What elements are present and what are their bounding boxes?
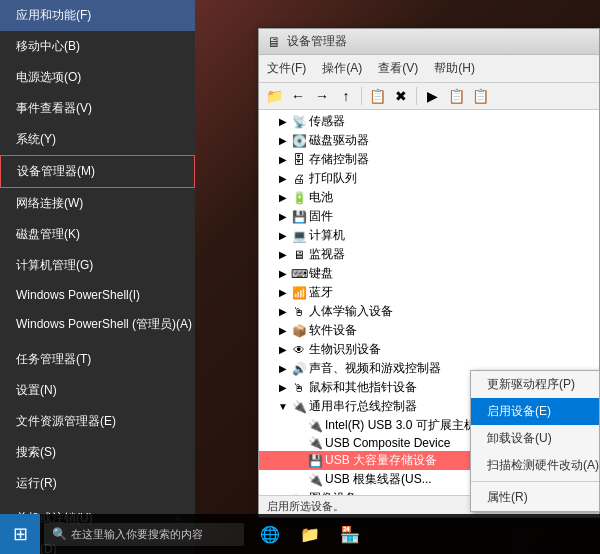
- dm-menu-A[interactable]: 操作(A): [314, 57, 370, 80]
- menu-item-event[interactable]: 事件查看器(V): [0, 93, 195, 124]
- menu-item-label: 移动中心(B): [16, 38, 80, 55]
- tree-node-label: 固件: [307, 208, 333, 225]
- tree-toggle-icon[interactable]: ▶: [275, 325, 291, 336]
- tree-node-label: USB Composite Device: [323, 436, 450, 450]
- tree-toggle-icon[interactable]: ▶: [275, 249, 291, 260]
- tree-node-label: 存储控制器: [307, 151, 369, 168]
- tree-toggle-icon[interactable]: ▶: [275, 173, 291, 184]
- tree-node-label: 传感器: [307, 113, 345, 130]
- dm-menu-F[interactable]: 文件(F): [259, 57, 314, 80]
- menu-item-label: 电源选项(O): [16, 69, 81, 86]
- start-button[interactable]: ⊞: [0, 514, 40, 554]
- menu-item-label: 网络连接(W): [16, 195, 83, 212]
- toolbar-btn-up[interactable]: ↑: [335, 85, 357, 107]
- tree-node-icon: 🔋: [291, 191, 307, 205]
- taskbar-app-icon-2[interactable]: 🏪: [332, 516, 368, 552]
- menu-item-powershell[interactable]: Windows PowerShell(I): [0, 281, 195, 309]
- tree-toggle-icon[interactable]: ▶: [275, 135, 291, 146]
- tree-toggle-icon[interactable]: ▶: [275, 306, 291, 317]
- dm-menu-H[interactable]: 帮助(H): [426, 57, 483, 80]
- ctx-item-scan[interactable]: 扫描检测硬件改动(A): [471, 452, 599, 479]
- menu-item-label: 设备管理器(M): [17, 163, 95, 180]
- menu-item-settings[interactable]: 设置(N): [0, 375, 195, 406]
- toolbar-btn-paste[interactable]: 📋: [445, 85, 467, 107]
- tree-toggle-icon[interactable]: ▶: [275, 287, 291, 298]
- tree-toggle-icon[interactable]: ▶: [275, 154, 291, 165]
- taskbar-app-icon-1[interactable]: 📁: [292, 516, 328, 552]
- tree-node-label: 电池: [307, 189, 333, 206]
- toolbar-btn-delete[interactable]: ✖: [390, 85, 412, 107]
- tree-toggle-icon[interactable]: ▶: [275, 382, 291, 393]
- tree-item-battery[interactable]: ▶🔋电池: [259, 188, 599, 207]
- tree-item-keyboard[interactable]: ▶⌨键盘: [259, 264, 599, 283]
- menu-item-powershell_admin[interactable]: Windows PowerShell (管理员)(A): [0, 309, 195, 340]
- tree-toggle-icon[interactable]: ▶: [275, 211, 291, 222]
- menu-item-mobility[interactable]: 移动中心(B): [0, 31, 195, 62]
- ctx-item-update_driver[interactable]: 更新驱动程序(P): [471, 371, 599, 398]
- taskbar-app-icon-0[interactable]: 🌐: [252, 516, 288, 552]
- context-menu-right: 更新驱动程序(P)启用设备(E)卸载设备(U)扫描检测硬件改动(A)属性(R): [470, 370, 600, 512]
- taskbar-search[interactable]: 🔍 在这里输入你要搜索的内容: [44, 523, 244, 546]
- tree-item-hid[interactable]: ▶🖱人体学输入设备: [259, 302, 599, 321]
- menu-item-device[interactable]: 设备管理器(M): [0, 155, 195, 188]
- tree-node-icon: 💻: [291, 229, 307, 243]
- ctx-item-enable_device[interactable]: 启用设备(E): [471, 398, 599, 425]
- tree-item-bluetooth[interactable]: ▶📶蓝牙: [259, 283, 599, 302]
- menu-item-label: 设置(N): [16, 382, 57, 399]
- tree-item-print[interactable]: ▶🖨打印队列: [259, 169, 599, 188]
- taskbar: ⊞ 🔍 在这里输入你要搜索的内容 🌐📁🏪: [0, 514, 600, 554]
- dm-menu-V[interactable]: 查看(V): [370, 57, 426, 80]
- tree-node-label: 生物识别设备: [307, 341, 381, 358]
- menu-item-search[interactable]: 搜索(S): [0, 437, 195, 468]
- tree-item-biometric[interactable]: ▶👁生物识别设备: [259, 340, 599, 359]
- tree-toggle-icon[interactable]: ▶: [275, 116, 291, 127]
- tree-item-disk_drives[interactable]: ▶💽磁盘驱动器: [259, 131, 599, 150]
- toolbar-separator: [361, 87, 362, 105]
- tree-item-sensors[interactable]: ▶📡传感器: [259, 112, 599, 131]
- start-icon: ⊞: [13, 523, 28, 545]
- menu-item-label: 文件资源管理器(E): [16, 413, 116, 430]
- tree-toggle-icon[interactable]: ▶: [275, 344, 291, 355]
- tree-node-label: 监视器: [307, 246, 345, 263]
- tree-item-computer2[interactable]: ▶💻计算机: [259, 226, 599, 245]
- toolbar-btn-copy[interactable]: 📋: [366, 85, 388, 107]
- toolbar-btn-forward[interactable]: →: [311, 85, 333, 107]
- tree-node-icon: 🔌: [307, 473, 323, 487]
- dm-menubar: 文件(F)操作(A)查看(V)帮助(H): [259, 55, 599, 83]
- toolbar-btn-folder[interactable]: 📁: [263, 85, 285, 107]
- search-icon: 🔍: [52, 527, 67, 541]
- tree-item-storage[interactable]: ▶🗄存储控制器: [259, 150, 599, 169]
- ctx-item-properties[interactable]: 属性(R): [471, 484, 599, 511]
- tree-toggle-icon[interactable]: ▶: [275, 230, 291, 241]
- tree-node-label: 磁盘驱动器: [307, 132, 369, 149]
- menu-item-system[interactable]: 系统(Y): [0, 124, 195, 155]
- tree-item-monitors[interactable]: ▶🖥监视器: [259, 245, 599, 264]
- tree-node-label: 人体学输入设备: [307, 303, 393, 320]
- menu-item-disk[interactable]: 磁盘管理(K): [0, 219, 195, 250]
- tree-toggle-icon[interactable]: ▶: [275, 268, 291, 279]
- tree-node-icon: 🖱: [291, 381, 307, 395]
- menu-item-network[interactable]: 网络连接(W): [0, 188, 195, 219]
- toolbar-btn-properties[interactable]: 📋: [469, 85, 491, 107]
- ctx-item-uninstall[interactable]: 卸载设备(U): [471, 425, 599, 452]
- tree-node-icon: ⌨: [291, 267, 307, 281]
- dm-status-text: 启用所选设备。: [267, 500, 344, 512]
- menu-item-label: 事件查看器(V): [16, 100, 92, 117]
- tree-toggle-icon[interactable]: ▶: [275, 363, 291, 374]
- menu-item-run[interactable]: 运行(R): [0, 468, 195, 499]
- menu-item-label: 搜索(S): [16, 444, 56, 461]
- tree-toggle-icon[interactable]: ▼: [275, 401, 291, 412]
- toolbar-btn-play[interactable]: ▶: [421, 85, 443, 107]
- left-context-menu: 应用和功能(F)移动中心(B)电源选项(O)事件查看器(V)系统(Y)设备管理器…: [0, 0, 195, 554]
- menu-item-power[interactable]: 电源选项(O): [0, 62, 195, 93]
- tree-item-software[interactable]: ▶📦软件设备: [259, 321, 599, 340]
- tree-node-icon: 💾: [307, 454, 323, 468]
- menu-item-explorer[interactable]: 文件资源管理器(E): [0, 406, 195, 437]
- tree-item-firmware[interactable]: ▶💾固件: [259, 207, 599, 226]
- menu-item-computer[interactable]: 计算机管理(G): [0, 250, 195, 281]
- menu-item-apps[interactable]: 应用和功能(F): [0, 0, 195, 31]
- menu-item-task[interactable]: 任务管理器(T): [0, 344, 195, 375]
- search-placeholder-text: 在这里输入你要搜索的内容: [71, 527, 203, 542]
- tree-toggle-icon[interactable]: ▶: [275, 192, 291, 203]
- toolbar-btn-back[interactable]: ←: [287, 85, 309, 107]
